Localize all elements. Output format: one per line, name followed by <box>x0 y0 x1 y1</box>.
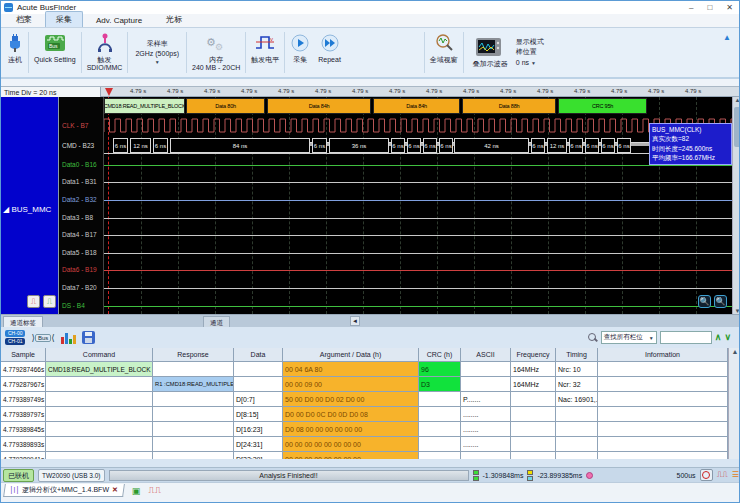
search-next-icon[interactable]: ∨ <box>724 331 731 344</box>
global-view-button[interactable]: 全域视窗 <box>426 30 462 75</box>
zoom-in-icon[interactable]: 🔍 <box>698 295 711 308</box>
trigger-sdio-mmc-button[interactable]: 触发 SDIO/MMC <box>83 30 127 75</box>
table-row[interactable]: 4.779287967sR1 :CMD18:READ_MULTIPLE_BLOC… <box>1 377 728 392</box>
decode-block[interactable]: CMD18:READ_MULTIPLE_BLOCK <box>104 98 185 114</box>
time-ruler[interactable]: Time Div = 20 ns 4.79 s4.79 s4.79 s4.79 … <box>1 86 740 97</box>
cursor-marker-icon[interactable] <box>586 472 593 479</box>
connect-button[interactable]: 连机 <box>3 30 27 75</box>
channel-label[interactable]: DS - B4 <box>62 302 85 309</box>
table-cell-freq <box>511 437 556 451</box>
quick-setting-button[interactable]: Bus Quick Setting <box>30 30 80 75</box>
column-header[interactable]: Response <box>153 348 234 361</box>
memory-button[interactable]: ⚙⚙ 内存 240 MB - 20CH <box>188 30 244 75</box>
table-row[interactable]: 4.779389893sD[24:31]00 00 00 00 00 00 00… <box>1 437 728 452</box>
ruler-tick-label: 4.79 s <box>648 88 664 94</box>
channel-trace <box>104 200 732 201</box>
close-tab-icon[interactable]: ✕ <box>112 486 118 494</box>
tab-channels[interactable]: 通道 <box>203 316 230 327</box>
channel-badge-icon[interactable]: CH-00CH-01 <box>5 330 25 345</box>
repeat-button[interactable]: Repeat <box>314 30 345 75</box>
overlay-scope-button[interactable]: 叠加示波器 <box>469 34 512 71</box>
channel-label[interactable]: Data1 - B31 <box>62 178 97 185</box>
decode-block[interactable]: Data 84h <box>373 98 460 114</box>
scroll-left-icon[interactable]: ◄ <box>350 316 360 326</box>
minimize-icon[interactable]: – <box>689 3 693 12</box>
waveform-panel[interactable]: CMD18:READ_MULTIPLE_BLOCKData 80hData 84… <box>104 97 732 314</box>
clock-icon[interactable] <box>700 469 713 481</box>
trigger-level-button[interactable]: v 触发电平 <box>247 30 283 75</box>
menu-tab[interactable]: 光标 <box>155 11 193 27</box>
column-header[interactable]: Information <box>598 348 728 361</box>
statistics-chart-icon[interactable] <box>61 331 76 344</box>
channel-label[interactable]: Data7 - B20 <box>62 284 97 291</box>
add-waveform-icon[interactable]: ⎍⎍ <box>148 485 161 496</box>
column-header[interactable]: Timing <box>556 348 598 361</box>
channel-label[interactable]: Data4 - B17 <box>62 231 97 238</box>
zoom-out-icon[interactable]: 🔍 <box>714 295 727 308</box>
ruler-tick-label: 4.79 s <box>426 88 442 94</box>
save-report-icon[interactable] <box>82 331 95 344</box>
waveform-view-icon[interactable]: ⎍⎍ <box>717 469 728 481</box>
connection-status-badge: 已联机 <box>3 469 34 482</box>
maximize-icon[interactable]: □ <box>707 3 712 12</box>
list-view-icon[interactable]: ☰ <box>732 469 739 481</box>
trigger-level-icon: v <box>254 32 276 54</box>
table-scrollbar[interactable]: ▲ <box>728 348 740 459</box>
channel-label[interactable]: Data5 - B18 <box>62 249 97 256</box>
channel-label[interactable]: Data2 - B32 <box>62 196 97 203</box>
cursor-pair-bc-icon[interactable] <box>527 470 533 481</box>
samplerate-dropdown[interactable]: 采样率 2GHz (500ps) ▼ <box>129 30 185 75</box>
decode-block[interactable]: Data 88h <box>462 98 556 114</box>
channel-label[interactable]: Data0 - B16 <box>62 161 97 168</box>
document-tab[interactable]: 〣 逻辑分析仪+MMC_1.4.BFW ✕ <box>3 484 125 497</box>
channel-label[interactable]: Data3 - B8 <box>62 214 93 221</box>
channel-label[interactable]: CLK - B7 <box>62 122 88 129</box>
table-row[interactable]: 4.779389845sD[16:23]D0 08 00 00 00 00 00… <box>1 422 728 437</box>
table-cell-sample: 4.779389749s <box>1 392 46 406</box>
trigger-marker-icon[interactable] <box>105 88 113 96</box>
search-input[interactable] <box>660 331 712 344</box>
bus-decode-icon[interactable]: ⟩Bus⟨ <box>31 333 54 343</box>
decode-table[interactable]: SampleCommandResponseDataArgument / Data… <box>1 348 728 467</box>
decode-block[interactable]: Data 84h <box>267 98 371 114</box>
bar-position-value[interactable]: 0 ns ▼ <box>516 58 544 69</box>
table-cell-info <box>598 377 728 391</box>
table-row[interactable]: 4.779287466sCMD18:READ_MULTIPLE_BLOCK00 … <box>1 362 728 377</box>
column-header[interactable]: CRC (h) <box>419 348 461 361</box>
search-field-select[interactable]: 查找所有栏位 ▼ <box>601 331 657 344</box>
new-document-icon[interactable]: ▣ <box>132 486 141 496</box>
display-mode-label[interactable]: 显示模式 <box>516 37 544 48</box>
column-header[interactable]: Sample <box>1 348 46 361</box>
bus-panel[interactable]: ◢ BUS_MMC ⎍ ⎍ <box>1 97 59 314</box>
menu-tab[interactable]: 采集 <box>45 11 83 27</box>
search-prev-icon[interactable]: ∧ <box>715 331 722 344</box>
column-header[interactable]: Data <box>234 348 283 361</box>
cmd-duration-box: 6 ns <box>153 138 168 153</box>
table-cell-arg: D0 08 00 00 00 00 00 00 <box>283 422 419 436</box>
bus-wave-button-2[interactable]: ⎍ <box>43 295 56 308</box>
tab-channel-labels[interactable]: 通道标签 <box>3 316 43 327</box>
bus-name-label[interactable]: ◢ BUS_MMC <box>3 205 51 214</box>
capture-button[interactable]: 采集 <box>286 30 314 75</box>
ribbon-collapse-icon[interactable]: ▲ <box>723 33 731 42</box>
range-value: 500us <box>677 472 696 479</box>
waveform-vertical-scrollbar[interactable]: ▲ ▼ <box>732 97 740 314</box>
menu-tab[interactable]: Adv. Capture <box>85 13 153 27</box>
decode-block[interactable]: CRC 95h <box>558 98 647 114</box>
ruler-tick-label: 4.79 s <box>500 88 516 94</box>
column-header[interactable]: Frequency <box>511 348 556 361</box>
table-cell-crc: 96 <box>419 362 461 376</box>
column-header[interactable]: Command <box>46 348 153 361</box>
table-row[interactable]: 4.779389797sD[8:15]D0 00 D0 0C D0 0D D0 … <box>1 407 728 422</box>
table-row[interactable]: 4.779389749sD[0:7]50 00 D0 00 D0 02 D0 0… <box>1 392 728 407</box>
cursor-pair-ab-icon[interactable] <box>473 470 479 481</box>
column-header[interactable]: ASCII <box>461 348 511 361</box>
channel-label[interactable]: CMD - B23 <box>62 142 94 149</box>
column-header[interactable]: Argument / Data (h) <box>283 348 419 361</box>
table-cell-info <box>598 407 728 421</box>
bus-wave-button-1[interactable]: ⎍ <box>27 295 40 308</box>
channel-label[interactable]: Data6 - B19 <box>62 266 97 273</box>
close-icon[interactable]: ✕ <box>726 3 733 12</box>
decode-block[interactable]: Data 80h <box>186 98 265 114</box>
menu-tab[interactable]: 档案 <box>5 11 43 27</box>
